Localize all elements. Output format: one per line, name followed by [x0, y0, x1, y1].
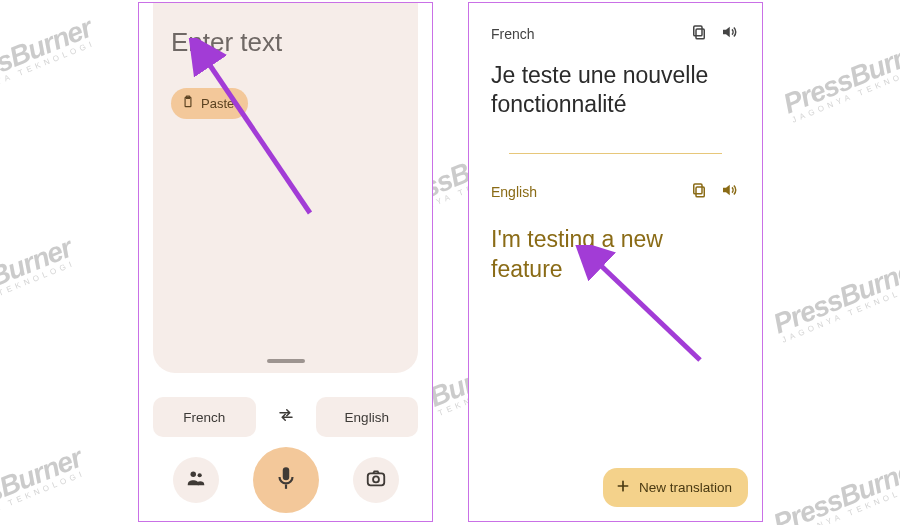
translate-result-screen: French Je teste une nouvelle fonctionnal…	[468, 2, 763, 522]
svg-rect-11	[694, 184, 702, 194]
camera-input-button[interactable]	[353, 457, 399, 503]
input-placeholder: Enter text	[171, 27, 400, 58]
svg-rect-8	[696, 29, 704, 39]
text-input-card[interactable]: Enter text Paste	[153, 3, 418, 373]
target-language-chip[interactable]: English	[316, 397, 419, 437]
source-language-chip[interactable]: French	[153, 397, 256, 437]
copy-icon	[690, 23, 708, 45]
svg-rect-6	[367, 473, 384, 485]
microphone-icon	[273, 465, 299, 495]
svg-rect-10	[696, 187, 704, 197]
translate-input-screen: Enter text Paste French English	[138, 2, 433, 522]
new-translation-label: New translation	[639, 480, 732, 495]
plus-icon	[615, 478, 631, 497]
svg-rect-5	[284, 485, 286, 489]
watermark: PressBurnerJAGONYA TEKNOLOGI	[0, 232, 78, 325]
target-language-label: English	[491, 184, 684, 200]
speak-source-button[interactable]	[714, 19, 744, 49]
paste-label: Paste	[201, 96, 234, 111]
watermark: PressBurnerJAGONYA TEKNOLOGI	[0, 442, 88, 525]
target-text: I'm testing a new feature	[491, 225, 740, 285]
source-text: Je teste une nouvelle fonctionnalité	[491, 61, 740, 119]
watermark: PressBurnerJAGONYA TEKNOLOGI	[769, 252, 900, 345]
copy-source-button[interactable]	[684, 19, 714, 49]
swap-languages-button[interactable]	[266, 397, 306, 437]
new-translation-button[interactable]: New translation	[603, 468, 748, 507]
watermark: PressBurnerJAGONYA TEKNOLOGI	[769, 452, 900, 525]
svg-point-7	[373, 476, 379, 482]
voice-input-button[interactable]	[253, 447, 319, 513]
watermark: PressBurnerJAGONYA TEKNOLOGI	[0, 12, 98, 105]
source-language-header: French	[491, 21, 744, 47]
svg-point-2	[190, 472, 196, 478]
divider	[509, 153, 722, 154]
copy-target-button[interactable]	[684, 177, 714, 207]
paste-button[interactable]: Paste	[171, 88, 248, 119]
language-selector-row: French English	[153, 395, 418, 439]
bottom-action-row	[139, 445, 432, 515]
camera-icon	[365, 467, 387, 493]
conversation-button[interactable]	[173, 457, 219, 503]
speaker-icon	[720, 23, 738, 45]
clipboard-icon	[181, 95, 195, 112]
source-language-label: French	[491, 26, 684, 42]
people-icon	[185, 467, 207, 493]
watermark: PressBurnerJAGONYA TEKNOLOGI	[779, 32, 900, 125]
target-language-header: English	[491, 179, 744, 205]
speak-target-button[interactable]	[714, 177, 744, 207]
copy-icon	[690, 181, 708, 203]
watermark-layer: PressBurnerJAGONYA TEKNOLOGI PressBurner…	[0, 0, 900, 525]
swap-icon	[277, 406, 295, 428]
svg-rect-9	[694, 26, 702, 36]
svg-rect-4	[282, 467, 289, 480]
drag-handle[interactable]	[267, 359, 305, 363]
speaker-icon	[720, 181, 738, 203]
svg-point-3	[197, 473, 201, 477]
